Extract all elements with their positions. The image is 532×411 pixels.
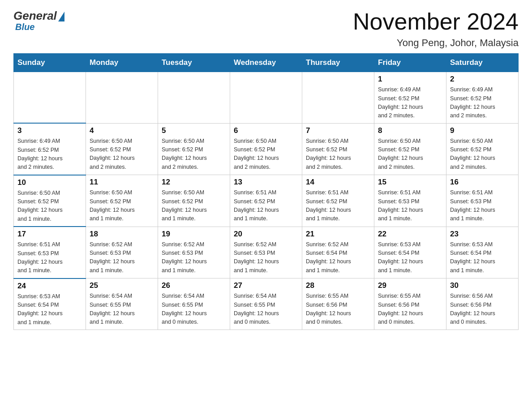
day-number: 12 bbox=[162, 178, 226, 187]
day-info: Sunrise: 6:55 AMSunset: 6:56 PMDaylight:… bbox=[378, 292, 442, 327]
calendar-cell: 30Sunrise: 6:56 AMSunset: 6:56 PMDayligh… bbox=[446, 278, 519, 330]
day-number: 18 bbox=[90, 230, 154, 239]
calendar-cell bbox=[302, 72, 374, 124]
calendar-cell: 2Sunrise: 6:49 AMSunset: 6:52 PMDaylight… bbox=[446, 72, 519, 124]
day-number: 1 bbox=[378, 75, 442, 84]
day-info: Sunrise: 6:51 AMSunset: 6:53 PMDaylight:… bbox=[450, 188, 515, 223]
calendar-cell: 22Sunrise: 6:53 AMSunset: 6:54 PMDayligh… bbox=[374, 227, 446, 278]
weekday-header-row: SundayMondayTuesdayWednesdayThursdayFrid… bbox=[14, 54, 519, 72]
day-number: 16 bbox=[450, 178, 515, 187]
weekday-header-thursday: Thursday bbox=[302, 54, 374, 72]
day-number: 4 bbox=[90, 126, 154, 135]
calendar-cell: 11Sunrise: 6:50 AMSunset: 6:52 PMDayligh… bbox=[86, 175, 158, 227]
day-info: Sunrise: 6:54 AMSunset: 6:55 PMDaylight:… bbox=[162, 292, 226, 327]
calendar-cell: 5Sunrise: 6:50 AMSunset: 6:52 PMDaylight… bbox=[158, 123, 230, 175]
calendar-cell: 9Sunrise: 6:50 AMSunset: 6:52 PMDaylight… bbox=[446, 123, 519, 175]
day-number: 15 bbox=[378, 178, 442, 187]
calendar-cell: 19Sunrise: 6:52 AMSunset: 6:53 PMDayligh… bbox=[158, 227, 230, 278]
calendar-cell: 18Sunrise: 6:52 AMSunset: 6:53 PMDayligh… bbox=[86, 227, 158, 278]
page-header: General Blue November 2024 Yong Peng, Jo… bbox=[13, 9, 519, 49]
day-number: 22 bbox=[378, 230, 442, 239]
weekday-header-saturday: Saturday bbox=[446, 54, 519, 72]
day-info: Sunrise: 6:51 AMSunset: 6:52 PMDaylight:… bbox=[306, 188, 370, 223]
day-info: Sunrise: 6:52 AMSunset: 6:53 PMDaylight:… bbox=[90, 240, 154, 275]
logo-blue-text: Blue bbox=[15, 22, 34, 32]
day-number: 23 bbox=[450, 230, 515, 239]
day-info: Sunrise: 6:54 AMSunset: 6:55 PMDaylight:… bbox=[234, 292, 298, 327]
day-number: 21 bbox=[306, 230, 370, 239]
calendar-cell: 12Sunrise: 6:50 AMSunset: 6:52 PMDayligh… bbox=[158, 175, 230, 227]
day-info: Sunrise: 6:50 AMSunset: 6:52 PMDaylight:… bbox=[450, 137, 515, 172]
weekday-header-monday: Monday bbox=[86, 54, 158, 72]
day-number: 19 bbox=[162, 230, 226, 239]
calendar-subtitle: Yong Peng, Johor, Malaysia bbox=[353, 37, 519, 49]
weekday-header-wednesday: Wednesday bbox=[230, 54, 302, 72]
day-info: Sunrise: 6:50 AMSunset: 6:52 PMDaylight:… bbox=[234, 137, 298, 172]
calendar-cell: 15Sunrise: 6:51 AMSunset: 6:53 PMDayligh… bbox=[374, 175, 446, 227]
calendar-cell bbox=[86, 72, 158, 124]
day-info: Sunrise: 6:50 AMSunset: 6:52 PMDaylight:… bbox=[378, 137, 442, 172]
calendar-cell: 13Sunrise: 6:51 AMSunset: 6:52 PMDayligh… bbox=[230, 175, 302, 227]
calendar-cell: 7Sunrise: 6:50 AMSunset: 6:52 PMDaylight… bbox=[302, 123, 374, 175]
day-number: 9 bbox=[450, 126, 515, 135]
calendar-cell: 3Sunrise: 6:49 AMSunset: 6:52 PMDaylight… bbox=[14, 123, 86, 175]
logo: General Blue bbox=[13, 9, 64, 32]
day-number: 10 bbox=[17, 178, 82, 187]
calendar-cell: 28Sunrise: 6:55 AMSunset: 6:56 PMDayligh… bbox=[302, 278, 374, 330]
calendar-week-row: 3Sunrise: 6:49 AMSunset: 6:52 PMDaylight… bbox=[14, 123, 519, 175]
calendar-cell: 27Sunrise: 6:54 AMSunset: 6:55 PMDayligh… bbox=[230, 278, 302, 330]
day-info: Sunrise: 6:49 AMSunset: 6:52 PMDaylight:… bbox=[450, 86, 515, 120]
day-number: 7 bbox=[306, 126, 370, 135]
weekday-header-friday: Friday bbox=[374, 54, 446, 72]
day-info: Sunrise: 6:50 AMSunset: 6:52 PMDaylight:… bbox=[17, 189, 82, 224]
calendar-cell: 24Sunrise: 6:53 AMSunset: 6:54 PMDayligh… bbox=[14, 278, 86, 330]
calendar-cell: 26Sunrise: 6:54 AMSunset: 6:55 PMDayligh… bbox=[158, 278, 230, 330]
calendar-cell bbox=[14, 72, 86, 124]
calendar-cell: 23Sunrise: 6:53 AMSunset: 6:54 PMDayligh… bbox=[446, 227, 519, 278]
calendar-cell: 25Sunrise: 6:54 AMSunset: 6:55 PMDayligh… bbox=[86, 278, 158, 330]
calendar-cell: 1Sunrise: 6:49 AMSunset: 6:52 PMDaylight… bbox=[374, 72, 446, 124]
calendar-week-row: 1Sunrise: 6:49 AMSunset: 6:52 PMDaylight… bbox=[14, 72, 519, 124]
day-info: Sunrise: 6:53 AMSunset: 6:54 PMDaylight:… bbox=[17, 292, 82, 327]
day-info: Sunrise: 6:49 AMSunset: 6:52 PMDaylight:… bbox=[17, 137, 82, 172]
calendar-cell bbox=[230, 72, 302, 124]
calendar-cell: 10Sunrise: 6:50 AMSunset: 6:52 PMDayligh… bbox=[14, 175, 86, 227]
calendar-week-row: 10Sunrise: 6:50 AMSunset: 6:52 PMDayligh… bbox=[14, 175, 519, 227]
day-number: 5 bbox=[162, 126, 226, 135]
day-info: Sunrise: 6:50 AMSunset: 6:52 PMDaylight:… bbox=[90, 188, 154, 223]
calendar-cell: 20Sunrise: 6:52 AMSunset: 6:53 PMDayligh… bbox=[230, 227, 302, 278]
title-block: November 2024 Yong Peng, Johor, Malaysia bbox=[353, 9, 519, 49]
day-info: Sunrise: 6:50 AMSunset: 6:52 PMDaylight:… bbox=[90, 137, 154, 172]
day-number: 8 bbox=[378, 126, 442, 135]
day-number: 24 bbox=[17, 282, 82, 291]
day-number: 6 bbox=[234, 126, 298, 135]
day-number: 25 bbox=[90, 281, 154, 290]
calendar-cell: 17Sunrise: 6:51 AMSunset: 6:53 PMDayligh… bbox=[14, 227, 86, 278]
day-number: 20 bbox=[234, 230, 298, 239]
day-number: 2 bbox=[450, 75, 515, 84]
day-number: 29 bbox=[378, 281, 442, 290]
calendar-cell: 4Sunrise: 6:50 AMSunset: 6:52 PMDaylight… bbox=[86, 123, 158, 175]
day-info: Sunrise: 6:50 AMSunset: 6:52 PMDaylight:… bbox=[306, 137, 370, 172]
calendar-cell: 16Sunrise: 6:51 AMSunset: 6:53 PMDayligh… bbox=[446, 175, 519, 227]
day-number: 26 bbox=[162, 281, 226, 290]
calendar-week-row: 24Sunrise: 6:53 AMSunset: 6:54 PMDayligh… bbox=[14, 278, 519, 330]
day-number: 11 bbox=[90, 178, 154, 187]
logo-general-text: General bbox=[13, 9, 57, 23]
day-number: 17 bbox=[17, 230, 82, 239]
day-info: Sunrise: 6:50 AMSunset: 6:52 PMDaylight:… bbox=[162, 188, 226, 223]
day-info: Sunrise: 6:51 AMSunset: 6:53 PMDaylight:… bbox=[378, 188, 442, 223]
day-number: 14 bbox=[306, 178, 370, 187]
day-info: Sunrise: 6:52 AMSunset: 6:53 PMDaylight:… bbox=[162, 240, 226, 275]
calendar-title: November 2024 bbox=[353, 9, 519, 34]
calendar-cell bbox=[158, 72, 230, 124]
day-info: Sunrise: 6:53 AMSunset: 6:54 PMDaylight:… bbox=[450, 240, 515, 275]
calendar-week-row: 17Sunrise: 6:51 AMSunset: 6:53 PMDayligh… bbox=[14, 227, 519, 278]
day-info: Sunrise: 6:51 AMSunset: 6:52 PMDaylight:… bbox=[234, 188, 298, 223]
day-number: 30 bbox=[450, 281, 515, 290]
weekday-header-sunday: Sunday bbox=[14, 54, 86, 72]
day-info: Sunrise: 6:55 AMSunset: 6:56 PMDaylight:… bbox=[306, 292, 370, 327]
calendar-cell: 6Sunrise: 6:50 AMSunset: 6:52 PMDaylight… bbox=[230, 123, 302, 175]
day-info: Sunrise: 6:50 AMSunset: 6:52 PMDaylight:… bbox=[162, 137, 226, 172]
weekday-header-tuesday: Tuesday bbox=[158, 54, 230, 72]
